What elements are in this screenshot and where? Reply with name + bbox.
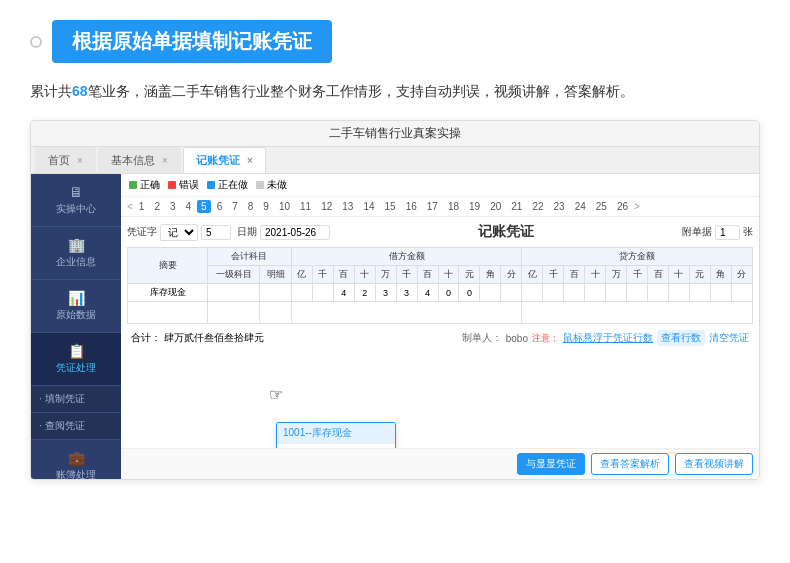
c2[interactable] [543,284,564,302]
d11[interactable] [501,284,522,302]
credit-jiao: 角 [710,266,731,284]
page-3[interactable]: 3 [166,200,180,213]
row-detail[interactable] [260,284,291,302]
c5[interactable] [606,284,627,302]
sidebar-item-shicao[interactable]: 🖥 实操中心 [31,174,121,227]
debit-yuan: 元 [459,266,480,284]
clear-voucher-btn[interactable]: 清空凭证 [709,331,749,345]
prev-page[interactable]: < [127,201,133,212]
page-12[interactable]: 12 [317,200,336,213]
c4[interactable] [585,284,606,302]
page-22[interactable]: 22 [528,200,547,213]
title-dot [30,36,42,48]
d3[interactable]: 4 [333,284,354,302]
d10[interactable] [480,284,501,302]
tab-basic-close[interactable]: × [162,155,168,166]
sidebar-sub-view[interactable]: · 查阅凭证 [31,413,121,440]
c10[interactable] [710,284,731,302]
app-body: 🖥 实操中心 🏢 企业信息 📊 原始数据 📋 凭证处理 · 填制凭证 [31,174,759,479]
page-16[interactable]: 16 [402,200,421,213]
legend-dot-red [168,181,176,189]
c9[interactable] [689,284,710,302]
page-7[interactable]: 7 [228,200,242,213]
d4[interactable]: 2 [354,284,375,302]
c1[interactable] [522,284,543,302]
sidebar-item-enterprise[interactable]: 🏢 企业信息 [31,227,121,280]
page-23[interactable]: 23 [550,200,569,213]
d7[interactable]: 4 [417,284,438,302]
page-13[interactable]: 13 [338,200,357,213]
maker-info: 制单人： bobo 注意： 鼠标悬浮于凭证行数 查看行数 清空凭证 [462,330,749,346]
page-2[interactable]: 2 [150,200,164,213]
voucher-type-select[interactable]: 记 [160,224,198,241]
debit-bai: 百 [333,266,354,284]
credit-yi: 亿 [522,266,543,284]
credit-fen: 分 [731,266,752,284]
tab-home[interactable]: 首页 × [35,147,96,173]
d2[interactable] [312,284,333,302]
account-dropdown[interactable]: 1001--库存现金 1002--银行存款 100201--银行存款--农业银行 [276,422,396,448]
c8[interactable] [668,284,689,302]
page-19[interactable]: 19 [465,200,484,213]
credit-bai2: 百 [648,266,669,284]
voucher-num-input[interactable] [201,225,231,240]
ledger-icon: 💼 [68,450,85,466]
page-4[interactable]: 4 [182,200,196,213]
page-24[interactable]: 24 [571,200,590,213]
c11[interactable] [731,284,752,302]
app-window: 二手车销售行业真案实操 首页 × 基本信息 × 记账凭证 × 🖥 [30,120,760,480]
btn-view-video[interactable]: 查看视频讲解 [675,453,753,475]
next-page[interactable]: > [634,201,640,212]
d5[interactable]: 3 [375,284,396,302]
page-21[interactable]: 21 [507,200,526,213]
page-9[interactable]: 9 [259,200,273,213]
d1[interactable] [291,284,312,302]
tab-voucher[interactable]: 记账凭证 × [183,147,266,173]
page-25[interactable]: 25 [592,200,611,213]
tab-basic-info[interactable]: 基本信息 × [98,147,181,173]
voucher-date-field: 日期 [237,225,330,240]
btn-view-answer[interactable]: 查看答案解析 [591,453,669,475]
debit-fen: 分 [501,266,522,284]
debit-shi2: 十 [438,266,459,284]
bottom-buttons: 与显显凭证 查看答案解析 查看视频讲解 [121,448,759,479]
sidebar-item-ledger[interactable]: 💼 账簿处理 [31,440,121,479]
voucher-icon: 📋 [68,343,85,359]
page-6[interactable]: 6 [213,200,227,213]
col-header-account: 会计科目 [208,248,292,266]
enterprise-icon: 🏢 [68,237,85,253]
page-5[interactable]: 5 [197,200,211,213]
sidebar-item-voucher[interactable]: 📋 凭证处理 [31,333,121,386]
dropdown-item-1002[interactable]: 1002--银行存款 [277,444,395,448]
page-26[interactable]: 26 [613,200,632,213]
page-1[interactable]: 1 [135,200,149,213]
page-15[interactable]: 15 [381,200,400,213]
row-summary[interactable]: 库存现金 [128,284,208,302]
d9[interactable]: 0 [459,284,480,302]
d6[interactable]: 3 [396,284,417,302]
c3[interactable] [564,284,585,302]
dropdown-item-1001[interactable]: 1001--库存现金 [277,423,395,444]
c7[interactable] [648,284,669,302]
btn-row-action[interactable]: 查看行数 [657,330,705,346]
row-account[interactable] [208,284,260,302]
btn-display-voucher[interactable]: 与显显凭证 [517,453,585,475]
col-detail: 明细 [260,266,291,284]
sidebar-sub-fill[interactable]: · 填制凭证 [31,386,121,413]
voucher-attach-input[interactable] [715,225,740,240]
tab-voucher-close[interactable]: × [247,155,253,166]
page-11[interactable]: 11 [296,200,315,213]
page-17[interactable]: 17 [423,200,442,213]
page-14[interactable]: 14 [359,200,378,213]
page-20[interactable]: 20 [486,200,505,213]
voucher-date-input[interactable] [260,225,330,240]
d8[interactable]: 0 [438,284,459,302]
page-10[interactable]: 10 [275,200,294,213]
page-8[interactable]: 8 [244,200,258,213]
col-header-summary: 摘要 [128,248,208,284]
c6[interactable] [627,284,648,302]
page-18[interactable]: 18 [444,200,463,213]
note-link[interactable]: 鼠标悬浮于凭证行数 [563,331,653,345]
tab-home-close[interactable]: × [77,155,83,166]
sidebar-item-data[interactable]: 📊 原始数据 [31,280,121,333]
